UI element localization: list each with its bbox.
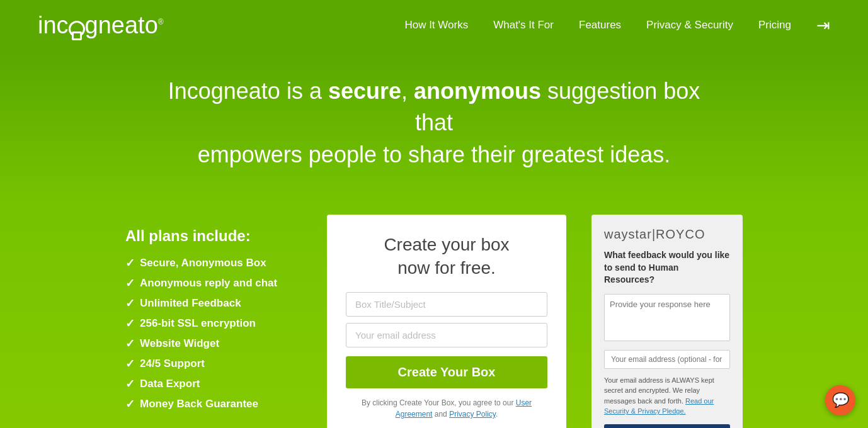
list-item: ✓Money Back Guarantee — [125, 397, 302, 411]
feature-text-6: 24/5 Support — [140, 358, 205, 370]
feature-text-2: Anonymous reply and chat — [140, 277, 277, 290]
hero-section: Incogneato is a secure, anonymous sugges… — [0, 50, 868, 202]
legal-text-prefix: By clicking Create Your Box, you agree t… — [362, 398, 516, 407]
email-input[interactable] — [346, 323, 547, 347]
create-box-heading-line2: now for free. — [397, 258, 496, 278]
main-nav: How It Works What's It For Features Priv… — [404, 16, 830, 35]
list-item: ✓24/5 Support — [125, 357, 302, 371]
list-item: ✓Unlimited Feedback — [125, 296, 302, 310]
list-item: ✓Anonymous reply and chat — [125, 276, 302, 290]
legal-end: . — [496, 410, 498, 419]
list-item: ✓Data Export — [125, 377, 302, 391]
login-icon[interactable]: ⇥ — [816, 16, 830, 35]
demo-box-panel: waystar|ROYCO What feedback would you li… — [591, 215, 743, 428]
features-panel: All plans include: ✓Secure, Anonymous Bo… — [125, 215, 302, 417]
hero-headline: Incogneato is a secure, anonymous sugges… — [151, 76, 717, 171]
list-item: ✓256-bit SSL encryption — [125, 317, 302, 330]
legal-text: By clicking Create Your Box, you agree t… — [346, 397, 547, 420]
nav-how-it-works[interactable]: How It Works — [404, 19, 468, 31]
create-box-heading-line1: Create your box — [384, 235, 509, 254]
create-box-panel: Create your box now for free. Create You… — [327, 215, 566, 428]
demo-company-name: waystar|ROYCO — [604, 227, 730, 242]
hero-anonymous: anonymous — [414, 78, 541, 104]
feature-text-4: 256-bit SSL encryption — [140, 317, 256, 330]
logo-lock-icon — [69, 21, 85, 37]
check-icon: ✓ — [125, 256, 135, 270]
check-icon: ✓ — [125, 317, 135, 330]
box-title-input[interactable] — [346, 292, 547, 317]
hero-text-1: Incogneato is a — [168, 78, 328, 104]
feature-text-1: Secure, Anonymous Box — [140, 257, 266, 269]
list-item: ✓Secure, Anonymous Box — [125, 256, 302, 270]
feature-text-3: Unlimited Feedback — [140, 297, 241, 310]
create-box-heading: Create your box now for free. — [384, 234, 509, 279]
logo[interactable]: incgneato® — [38, 12, 164, 39]
feature-text-7: Data Export — [140, 378, 200, 390]
company-name-2: ROYCO — [656, 227, 705, 241]
features-heading: All plans include: — [125, 227, 302, 245]
features-list: ✓Secure, Anonymous Box ✓Anonymous reply … — [125, 256, 302, 411]
demo-question: What feedback would you like to send to … — [604, 249, 730, 286]
nav-features[interactable]: Features — [579, 19, 621, 31]
logo-inc: inc — [38, 12, 69, 38]
demo-email-input[interactable] — [604, 350, 730, 369]
check-icon: ✓ — [125, 377, 135, 391]
logo-gneato: gneato® — [85, 12, 164, 38]
company-name-1: waystar — [604, 227, 652, 241]
nav-whats-it-for[interactable]: What's It For — [493, 19, 554, 31]
main-content: All plans include: ✓Secure, Anonymous Bo… — [0, 202, 868, 428]
privacy-policy-link[interactable]: Privacy Policy — [449, 410, 496, 419]
feature-text-5: Website Widget — [140, 337, 219, 350]
hero-secure: secure — [328, 78, 401, 104]
hero-comma: , — [401, 78, 414, 104]
demo-privacy-text: Your email address is ALWAYS kept secret… — [604, 375, 730, 417]
list-item: ✓Website Widget — [125, 337, 302, 351]
nav-privacy-security[interactable]: Privacy & Security — [646, 19, 733, 31]
header: incgneato® How It Works What's It For Fe… — [0, 0, 868, 50]
send-feedback-button[interactable]: Send Feedback — [604, 424, 730, 428]
check-icon: ✓ — [125, 397, 135, 411]
chat-bubble-button[interactable]: 💬 — [825, 385, 855, 415]
check-icon: ✓ — [125, 357, 135, 371]
check-icon: ✓ — [125, 296, 135, 310]
feature-text-8: Money Back Guarantee — [140, 398, 258, 410]
legal-and: and — [432, 410, 449, 419]
check-icon: ✓ — [125, 337, 135, 351]
check-icon: ✓ — [125, 276, 135, 290]
demo-response-textarea[interactable] — [604, 294, 730, 341]
nav-pricing[interactable]: Pricing — [758, 19, 791, 31]
create-box-button[interactable]: Create Your Box — [346, 356, 547, 388]
